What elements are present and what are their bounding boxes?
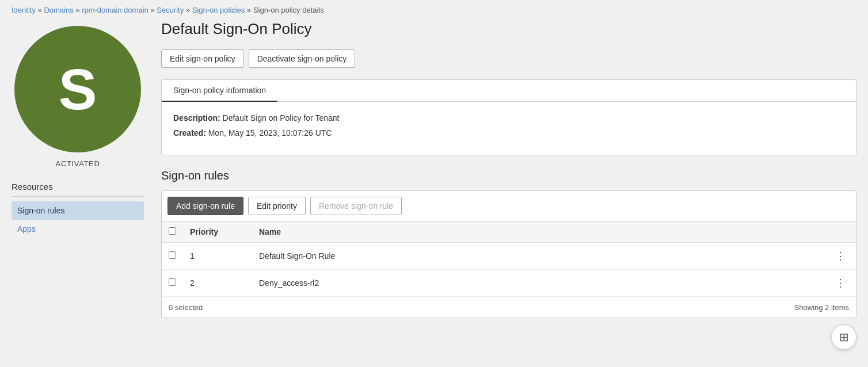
breadcrumb: Identity » Domains » rpm-domain domain »… <box>0 0 868 20</box>
sign-on-rules-title: Sign-on rules <box>161 169 856 182</box>
rules-table: Priority Name 1 Default Si <box>162 221 856 297</box>
rules-toolbar: Add sign-on rule Edit priority Remove si… <box>162 191 856 221</box>
name-column-header: Name <box>252 221 825 243</box>
tab-sign-on-policy-info[interactable]: Sign-on policy information <box>162 80 277 102</box>
deactivate-button[interactable]: Deactivate sign-on policy <box>249 49 356 68</box>
page: Identity » Domains » rpm-domain domain »… <box>0 0 868 367</box>
table-footer: 0 selected Showing 2 items <box>162 297 856 318</box>
remove-sign-on-rule-button[interactable]: Remove sign-on rule <box>310 197 402 215</box>
status-badge: ACTIVATED <box>56 159 100 168</box>
resources-label: Resources <box>12 182 144 197</box>
help-widget[interactable]: ⊞ <box>831 324 856 350</box>
table-header-row: Priority Name <box>162 221 856 243</box>
selected-count: 0 selected <box>169 303 203 312</box>
row-1-kebab-button[interactable]: ⋮ <box>832 249 849 263</box>
row-2-checkbox[interactable] <box>169 278 176 286</box>
row-1-name: Default Sign-On Rule <box>252 243 825 270</box>
main-layout: S ACTIVATED Resources Sign-on rules Apps… <box>0 20 868 367</box>
edit-sign-on-policy-button[interactable]: Edit sign-on policy <box>161 49 244 68</box>
info-content: Description: Default Sign on Policy for … <box>162 102 856 155</box>
sidebar: S ACTIVATED Resources Sign-on rules Apps <box>0 20 155 355</box>
avatar: S <box>14 26 141 152</box>
description-row: Description: Default Sign on Policy for … <box>173 113 844 123</box>
actions-column-header <box>825 221 856 243</box>
action-buttons: Edit sign-on policy Deactivate sign-on p… <box>161 49 856 68</box>
rules-table-body: 1 Default Sign-On Rule ⋮ 2 <box>162 243 856 297</box>
sidebar-item-sign-on-rules[interactable]: Sign-on rules <box>12 201 144 220</box>
showing-count: Showing 2 items <box>794 303 849 312</box>
description-value: Default Sign on Policy for Tenant <box>223 113 340 123</box>
table-row: 1 Default Sign-On Rule ⋮ <box>162 243 856 270</box>
breadcrumb-security[interactable]: Security <box>157 6 184 14</box>
row-2-name: Deny_access-rl2 <box>252 270 825 297</box>
select-all-col <box>162 221 183 243</box>
row-1-priority: 1 <box>183 243 252 270</box>
edit-priority-button[interactable]: Edit priority <box>248 197 306 215</box>
breadcrumb-rpm-domain[interactable]: rpm-domain domain <box>82 6 149 14</box>
row-2-check-cell <box>162 270 183 297</box>
sidebar-nav: Sign-on rules Apps <box>12 201 144 238</box>
select-all-checkbox[interactable] <box>169 227 176 235</box>
avatar-letter: S <box>59 60 97 118</box>
row-2-kebab-button[interactable]: ⋮ <box>832 276 849 290</box>
row-1-actions: ⋮ <box>825 243 856 270</box>
row-2-actions: ⋮ <box>825 270 856 297</box>
row-2-priority: 2 <box>183 270 252 297</box>
add-sign-on-rule-button[interactable]: Add sign-on rule <box>167 197 243 215</box>
help-icon: ⊞ <box>839 330 849 344</box>
row-1-check-cell <box>162 243 183 270</box>
info-tab-container: Sign-on policy information Description: … <box>161 79 856 155</box>
breadcrumb-identity[interactable]: Identity <box>12 6 36 14</box>
row-1-checkbox[interactable] <box>169 251 176 259</box>
page-title: Default Sign-On Policy <box>161 20 856 38</box>
rules-container: Add sign-on rule Edit priority Remove si… <box>161 190 856 318</box>
breadcrumb-sign-on-policies[interactable]: Sign-on policies <box>192 6 245 14</box>
breadcrumb-domains[interactable]: Domains <box>44 6 73 14</box>
created-label: Created: <box>173 128 206 137</box>
content: Default Sign-On Policy Edit sign-on poli… <box>155 20 868 355</box>
tab-header: Sign-on policy information <box>162 80 856 102</box>
table-row: 2 Deny_access-rl2 ⋮ <box>162 270 856 297</box>
created-row: Created: Mon, May 15, 2023, 10:07:26 UTC <box>173 128 844 137</box>
sidebar-item-apps[interactable]: Apps <box>12 220 144 238</box>
created-value: Mon, May 15, 2023, 10:07:26 UTC <box>208 128 332 137</box>
priority-column-header: Priority <box>183 221 252 243</box>
description-label: Description: <box>173 113 220 123</box>
table-wrapper: Priority Name 1 Default Si <box>162 221 856 297</box>
